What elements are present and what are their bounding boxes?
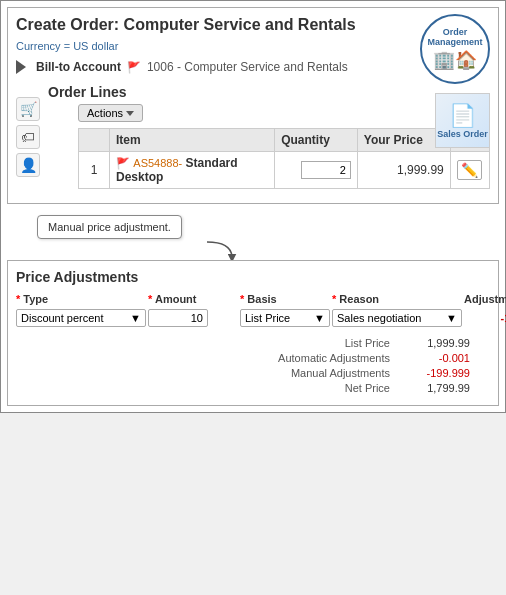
flag-icon: 🚩 bbox=[127, 61, 141, 74]
type-select[interactable]: Discount percent ▼ bbox=[16, 309, 146, 327]
amount-input[interactable]: 10 bbox=[148, 309, 208, 327]
row-num: 1 bbox=[79, 152, 110, 189]
sales-order-image: 📄 Sales Order bbox=[435, 93, 490, 148]
adjustment-value: -199.999 bbox=[464, 312, 506, 324]
list-price-value: 1,999.99 bbox=[410, 337, 470, 349]
bill-to-row: Bill-to Account 🚩 1006 - Computer Servic… bbox=[16, 60, 490, 74]
manual-adj-value: -199.999 bbox=[410, 367, 470, 379]
row-qty: 2 bbox=[275, 152, 358, 189]
reason-select[interactable]: Sales negotiation ▼ bbox=[332, 309, 462, 327]
col-adjustment-header: Adjustment bbox=[464, 293, 506, 305]
required-star-amount: * bbox=[148, 293, 155, 305]
order-lines-table: Item Quantity Your Price 1 🚩 bbox=[78, 128, 490, 189]
edit-pencil-icon[interactable]: ✏️ bbox=[457, 160, 482, 180]
row-item: 🚩 AS54888- Standard Desktop bbox=[109, 152, 274, 189]
tooltip-text: Manual price adjustment. bbox=[48, 221, 171, 233]
col-type-header: * Type bbox=[16, 293, 146, 305]
basis-dropdown-icon: ▼ bbox=[314, 312, 325, 324]
adj-data-row: Discount percent ▼ 10 List Price ▼ Sales… bbox=[16, 309, 490, 327]
item-flag-icon: 🚩 bbox=[116, 157, 130, 169]
basis-select[interactable]: List Price ▼ bbox=[240, 309, 330, 327]
net-price-value: 1,799.99 bbox=[410, 382, 470, 394]
actions-bar: Actions bbox=[78, 104, 490, 122]
tooltip-box: Manual price adjustment. bbox=[37, 215, 182, 239]
col-header-qty: Quantity bbox=[275, 129, 358, 152]
reason-dropdown-icon: ▼ bbox=[446, 312, 457, 324]
person-icon[interactable]: 👤 bbox=[16, 153, 40, 177]
dropdown-arrow-icon bbox=[126, 111, 134, 116]
bill-to-label: Bill-to Account bbox=[36, 60, 121, 74]
row-edit: ✏️ bbox=[450, 152, 489, 189]
adj-table-header: * Type * Amount * Basis * Reason Adjustm… bbox=[16, 293, 490, 305]
reason-header-label: Reason bbox=[339, 293, 379, 305]
page-title: Create Order: Computer Service and Renta… bbox=[16, 16, 490, 34]
tooltip-area: Manual price adjustment. bbox=[7, 210, 499, 260]
bill-to-value: 1006 - Computer Service and Rentals bbox=[147, 60, 348, 74]
price-adjustments-section: Price Adjustments * Type * Amount * Basi… bbox=[7, 260, 499, 406]
auto-adj-value: -0.001 bbox=[410, 352, 470, 364]
badge-line1: Order bbox=[443, 27, 468, 37]
badge-icon: 🏢🏠 bbox=[433, 49, 477, 71]
col-basis-header: * Basis bbox=[240, 293, 330, 305]
table-row: 1 🚩 AS54888- Standard Desktop 2 1,999.99 bbox=[79, 152, 490, 189]
auto-adj-label: Automatic Adjustments bbox=[240, 352, 390, 364]
actions-button[interactable]: Actions bbox=[78, 104, 143, 122]
order-lines-section: 🛒 🏷 👤 Order Lines Actions bbox=[16, 84, 490, 189]
reason-value: Sales negotiation bbox=[337, 312, 421, 324]
col-header-item: Item bbox=[109, 129, 274, 152]
auto-adj-row: Automatic Adjustments -0.001 bbox=[16, 352, 490, 364]
tooltip-arrow-icon bbox=[202, 240, 262, 263]
type-dropdown-icon: ▼ bbox=[130, 312, 141, 324]
basis-value: List Price bbox=[245, 312, 290, 324]
col-reason-header: * Reason bbox=[332, 293, 462, 305]
amount-header-label: Amount bbox=[155, 293, 197, 305]
expand-icon[interactable] bbox=[16, 60, 26, 74]
net-price-row: Net Price 1,799.99 bbox=[16, 382, 490, 394]
badge-line2: Management bbox=[427, 37, 482, 47]
actions-label: Actions bbox=[87, 107, 123, 119]
sales-order-label: Sales Order bbox=[437, 129, 488, 139]
cart-icon[interactable]: 🛒 bbox=[16, 97, 40, 121]
manual-adj-label: Manual Adjustments bbox=[240, 367, 390, 379]
list-price-label: List Price bbox=[240, 337, 390, 349]
list-price-row: List Price 1,999.99 bbox=[16, 337, 490, 349]
row-price: 1,999.99 bbox=[357, 152, 450, 189]
item-code[interactable]: AS54888- bbox=[133, 157, 182, 169]
manual-adj-row: Manual Adjustments -199.999 bbox=[16, 367, 490, 379]
price-adjustments-title: Price Adjustments bbox=[16, 269, 490, 285]
quantity-input[interactable]: 2 bbox=[301, 161, 351, 179]
summary-section: List Price 1,999.99 Automatic Adjustment… bbox=[16, 337, 490, 394]
order-management-badge: Order Management 🏢🏠 bbox=[420, 14, 490, 84]
col-amount-header: * Amount bbox=[148, 293, 238, 305]
col-header-num bbox=[79, 129, 110, 152]
type-header-label: Type bbox=[23, 293, 48, 305]
currency-label: Currency = US dollar bbox=[16, 40, 490, 52]
tag-icon[interactable]: 🏷 bbox=[16, 125, 40, 149]
net-price-label: Net Price bbox=[240, 382, 390, 394]
type-value: Discount percent bbox=[21, 312, 104, 324]
order-lines-title: Order Lines bbox=[48, 84, 127, 100]
basis-header-label: Basis bbox=[247, 293, 276, 305]
